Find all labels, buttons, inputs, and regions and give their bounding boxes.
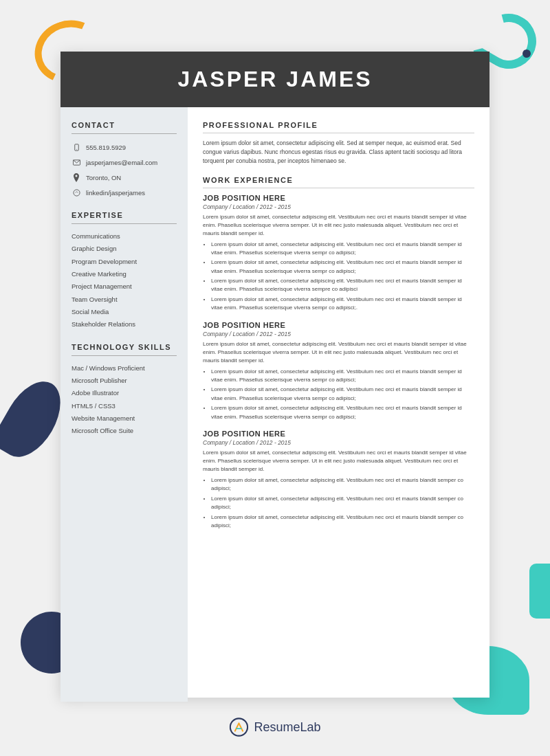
job-entry: JOB POSITION HERECompany / Location / 20… [203,194,474,313]
bullet-item: Lorem ipsum dolor sit amet, consectetur … [211,386,474,403]
tech-list: Mac / Windows ProficientMicrosoft Publis… [72,364,177,436]
tech-item: HTML5 / CSS3 [72,402,177,410]
bullet-item: Lorem ipsum dolor sit amet, consectetur … [211,296,474,313]
bullet-item: Lorem ipsum dolor sit amet, consectetur … [211,476,474,493]
tech-item: Adobe Illustrator [72,389,177,397]
brand-name: ResumeLab [254,720,320,735]
job-meta: Company / Location / 2012 - 2015 [203,439,474,446]
job-bullets: Lorem ipsum dolor sit amet, consectetur … [203,241,474,313]
job-desc: Lorem ipsum dolor sit amet, consectetur … [203,340,474,365]
jobs-list: JOB POSITION HERECompany / Location / 20… [203,194,474,531]
expertise-item: Graphic Design [72,245,177,253]
phone-icon [72,142,81,152]
profile-text: Lorem ipsum dolor sit amet, consectetur … [203,139,474,166]
svg-point-1 [76,148,77,149]
resume-header: JASPER JAMES [60,52,490,107]
job-desc: Lorem ipsum dolor sit amet, consectetur … [203,449,474,474]
location-icon [72,173,81,182]
phone-item: 555.819.5929 [72,142,177,152]
expertise-item: Team Oversight [72,296,177,304]
expertise-item: Communications [72,232,177,241]
bullet-item: Lorem ipsum dolor sit amet, consectetur … [211,241,474,258]
email-icon [72,157,81,167]
tech-item: Mac / Windows Proficient [72,364,177,373]
location-value: Toronto, ON [86,174,121,181]
tech-item: Microsoft Publisher [72,377,177,385]
job-entry: JOB POSITION HERECompany / Location / 20… [203,430,474,530]
work-divider [203,188,474,188]
expertise-item: Creative Marketing [72,270,177,278]
phone-value: 555.819.5929 [86,144,126,151]
linkedin-item: linkedin/jasperjames [72,188,177,197]
expertise-section: EXPERTISE CommunicationsGraphic DesignPr… [72,211,177,329]
expertise-item: Project Management [72,282,177,291]
expertise-item: Social Media [72,308,177,316]
tech-item: Microsoft Office Suite [72,427,177,435]
bullet-item: Lorem ipsum dolor sit amet, consectetur … [211,368,474,385]
svg-point-4 [230,718,248,735]
expertise-item: Program Development [72,258,177,266]
profile-section: PROFESSIONAL PROFILE Lorem ipsum dolor s… [203,121,474,166]
job-entry: JOB POSITION HERECompany / Location / 20… [203,321,474,421]
deco-teal-bar [529,564,550,619]
svg-point-3 [73,189,79,195]
linkedin-icon [72,188,81,197]
resume-body: CONTACT 555.819.5929 jasperjames@email.c… [60,107,490,702]
work-section: WORK EXPERIENCE JOB POSITION HERECompany… [203,176,474,531]
main-content: PROFESSIONAL PROFILE Lorem ipsum dolor s… [188,107,490,702]
job-title: JOB POSITION HERE [203,321,474,329]
job-meta: Company / Location / 2012 - 2015 [203,203,474,210]
candidate-name: JASPER JAMES [81,67,469,92]
email-value: jasperjames@email.com [86,159,157,166]
resumelab-logo-icon [229,718,248,737]
tech-divider [72,355,177,356]
job-title: JOB POSITION HERE [203,194,474,202]
contact-divider [72,133,177,134]
job-title: JOB POSITION HERE [203,430,474,438]
expertise-item: Stakeholder Relations [72,320,177,329]
job-bullets: Lorem ipsum dolor sit amet, consectetur … [203,476,474,530]
resume-document: JASPER JAMES CONTACT 555.819.5929 [60,52,490,698]
tech-item: Website Management [72,414,177,423]
job-meta: Company / Location / 2012 - 2015 [203,331,474,337]
bullet-item: Lorem ipsum dolor sit amet, consectetur … [211,513,474,531]
bullet-item: Lorem ipsum dolor sit amet, consectetur … [211,258,474,276]
contact-title: CONTACT [72,121,177,129]
expertise-divider [72,223,177,224]
deco-dot [522,49,531,58]
linkedin-value: linkedin/jasperjames [86,189,145,197]
tech-section: TECHNOLOGY SKILLS Mac / Windows Proficie… [72,343,177,436]
expertise-title: EXPERTISE [72,211,177,219]
expertise-list: CommunicationsGraphic DesignProgram Deve… [72,232,177,329]
brand-footer: ResumeLab [229,718,320,737]
email-item: jasperjames@email.com [72,157,177,167]
job-desc: Lorem ipsum dolor sit amet, consectetur … [203,213,474,238]
resume-sidebar: CONTACT 555.819.5929 jasperjames@email.c… [60,107,188,702]
work-title: WORK EXPERIENCE [203,176,474,184]
bullet-item: Lorem ipsum dolor sit amet, consectetur … [211,277,474,294]
location-item: Toronto, ON [72,173,177,182]
job-bullets: Lorem ipsum dolor sit amet, consectetur … [203,368,474,421]
profile-title: PROFESSIONAL PROFILE [203,121,474,129]
bullet-item: Lorem ipsum dolor sit amet, consectetur … [211,495,474,512]
bullet-item: Lorem ipsum dolor sit amet, consectetur … [211,404,474,421]
contact-section: CONTACT 555.819.5929 jasperjames@email.c… [72,121,177,197]
tech-title: TECHNOLOGY SKILLS [72,343,177,351]
profile-divider [203,133,474,133]
